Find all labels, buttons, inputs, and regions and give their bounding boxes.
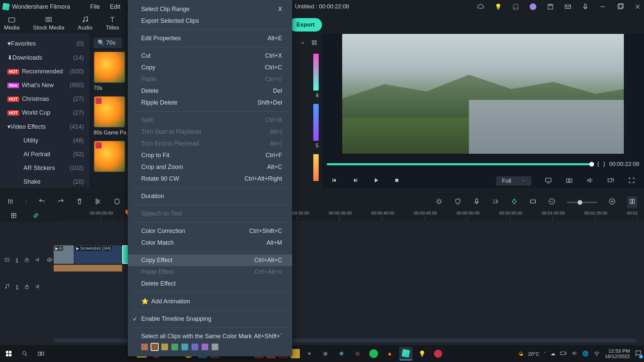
color-swatch[interactable] [171, 344, 178, 350]
ctx-select-all-clips-with-the-same-color-mark[interactable]: Select all Clips with the Same Color Mar… [128, 330, 292, 342]
profile-icon[interactable] [529, 3, 537, 10]
menu-file[interactable]: File [90, 3, 100, 10]
cloud-icon[interactable] [477, 3, 484, 10]
taskbar-app-10[interactable]: ⊕ [319, 347, 332, 360]
mail-icon[interactable] [564, 3, 572, 10]
preview-scrubber[interactable] [327, 163, 593, 165]
color-swatch[interactable] [192, 344, 198, 350]
ctx-crop-to-fit[interactable]: Crop to FitCtrl+F [128, 149, 292, 161]
ctx-duration[interactable]: Duration [128, 190, 292, 202]
sidebar-item-downloads[interactable]: ⬇ Downloads(14) [0, 51, 90, 65]
start-button[interactable] [2, 347, 15, 360]
weather-temp[interactable]: 20°C [528, 351, 539, 357]
render-icon[interactable] [435, 198, 443, 207]
sidebar-item-shake[interactable]: Shake(10) [0, 175, 90, 189]
grid-view-icon[interactable] [311, 40, 317, 47]
color-swatch[interactable] [151, 344, 158, 350]
ctx-copy[interactable]: CopyCtrl+C [128, 62, 292, 73]
preview-quality-dropdown[interactable]: Full [496, 176, 531, 186]
step-forward-icon[interactable] [352, 177, 359, 186]
export-button[interactable]: Export [289, 18, 322, 32]
audio-mixer-icon[interactable] [492, 198, 499, 207]
taskbar-app-12[interactable]: ⊛ [351, 347, 364, 360]
zoom-out-icon[interactable] [548, 198, 555, 207]
timeline-clip-1[interactable]: ▶ A [54, 245, 74, 264]
ctx-copy-effect[interactable]: Copy EffectCtrl+Alt+C [128, 254, 292, 266]
sidebar-item-video-effects[interactable]: ▾ Video Effects(414) [0, 120, 90, 134]
maximize-icon[interactable] [616, 3, 624, 10]
volume-icon[interactable] [586, 177, 594, 186]
taskbar-app-9[interactable]: ✦ [303, 347, 316, 360]
color-swatch[interactable] [141, 344, 148, 350]
tab-stock-media[interactable]: Stock Media [33, 16, 64, 31]
menu-edit[interactable]: Edit [110, 3, 120, 10]
sidebar-item-ar-stickers[interactable]: AR Stickers(102) [0, 161, 90, 175]
color-swatch[interactable] [181, 344, 188, 350]
sidebar-item-christmas[interactable]: HOTChristmas(27) [0, 92, 90, 106]
taskbar-spotify[interactable] [367, 347, 380, 360]
tab-media[interactable]: Media [4, 16, 19, 31]
step-back-icon[interactable] [331, 177, 338, 186]
redo-icon[interactable] [57, 198, 64, 207]
undo-icon[interactable] [38, 198, 46, 207]
mixer-icon[interactable] [7, 198, 14, 207]
taskbar-vlc[interactable]: ▲ [383, 347, 396, 360]
ctx-export-selected-clips[interactable]: Export Selected Clips [128, 15, 292, 27]
link-icon[interactable] [32, 212, 40, 221]
ctx-color-correction[interactable]: Color CorrectionCtrl+Shift+C [128, 225, 292, 237]
ctx-add-animation[interactable]: ⭐Add Animation [128, 295, 292, 307]
search-button[interactable] [18, 347, 32, 360]
zoom-in-icon[interactable] [608, 198, 616, 207]
tray-chevron-icon[interactable]: ˆ [544, 351, 546, 357]
ctx-color-match[interactable]: Color MatchAlt+M [128, 237, 292, 249]
stop-icon[interactable] [393, 177, 400, 186]
mark-in-icon[interactable]: { [597, 161, 599, 168]
play-icon[interactable] [372, 177, 380, 186]
ctx-enable-timeline-snapping[interactable]: ✓Enable Timeline Snapping [128, 313, 292, 325]
keyframe-icon[interactable] [511, 198, 518, 207]
ctx-cut[interactable]: CutCtrl+X [128, 50, 292, 62]
color-swatch[interactable] [202, 344, 208, 350]
weather-icon[interactable]: 🌤 [518, 351, 523, 357]
ctx-delete[interactable]: DeleteDel [128, 85, 292, 97]
taskbar-app-14[interactable] [431, 347, 445, 360]
taskbar-app-11[interactable]: ❋ [335, 347, 348, 360]
voiceover-icon[interactable] [473, 198, 480, 207]
mute-icon[interactable] [35, 257, 41, 264]
marker-icon[interactable] [113, 198, 121, 207]
mute-icon[interactable] [35, 284, 41, 291]
sort-dropdown[interactable] [300, 40, 305, 47]
lock-icon[interactable] [24, 257, 30, 264]
fit-icon[interactable] [529, 198, 537, 207]
delete-icon[interactable] [76, 198, 83, 207]
fullscreen-icon[interactable] [628, 177, 635, 186]
timeline-clip-2[interactable]: ▶ Screenshot (244) [74, 245, 121, 264]
headset-icon[interactable]: 🎧 [512, 3, 519, 10]
sidebar-item-whats-new[interactable]: NewWhat's New(950) [0, 78, 90, 92]
effect-thumb-partial[interactable] [313, 154, 319, 181]
task-view-button[interactable] [34, 347, 48, 360]
preview-viewport[interactable] [342, 34, 624, 154]
favorite-icon[interactable] [96, 98, 102, 104]
sidebar-item-ai-portrait[interactable]: AI Portrait(92) [0, 147, 90, 161]
taskbar-filmora[interactable] [399, 347, 413, 360]
mark-out-icon[interactable]: } [603, 161, 605, 168]
tray-wifi-icon[interactable] [593, 351, 600, 357]
sidebar-item-recommended[interactable]: HOTRecommended(500) [0, 65, 90, 78]
tab-audio[interactable]: Audio [78, 16, 92, 31]
split-icon[interactable] [95, 198, 102, 207]
favorite-icon[interactable] [96, 142, 102, 148]
save-icon[interactable] [547, 3, 554, 10]
timeline-settings-icon[interactable] [627, 196, 637, 208]
effect-thumb-partial[interactable] [313, 54, 319, 90]
add-marker-icon[interactable] [10, 212, 17, 221]
ctx-rotate-90-cw[interactable]: Rotate 90 CWCtrl+Alt+Right [128, 173, 292, 185]
color-swatch[interactable] [161, 344, 168, 350]
tray-volume-icon[interactable] [572, 350, 578, 357]
snapshot-icon[interactable] [566, 177, 573, 186]
ctx-edit-properties[interactable]: Edit PropertiesAlt+E [128, 33, 292, 44]
search-input[interactable]: 🔍 70s [94, 38, 122, 48]
zoom-slider[interactable] [567, 202, 597, 203]
close-icon[interactable] [634, 3, 641, 10]
tray-onedrive-icon[interactable]: ☁ [550, 351, 555, 357]
